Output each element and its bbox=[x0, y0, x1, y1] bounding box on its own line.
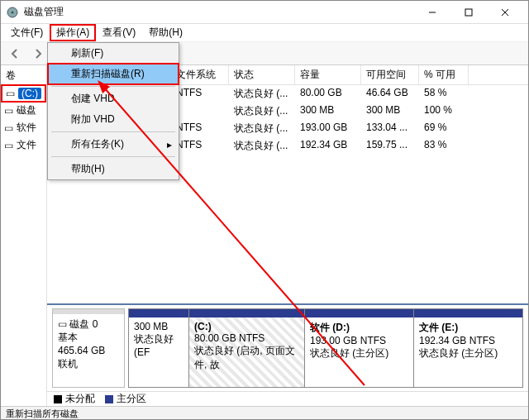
cell-status: 状态良好 (... bbox=[229, 103, 295, 120]
volume-label: 软件 bbox=[17, 121, 36, 135]
cell-fs: NTFS bbox=[171, 85, 229, 103]
volume-item-c[interactable]: ▭ (C:) bbox=[2, 86, 45, 101]
menu-attach-vhd[interactable]: 附加 VHD bbox=[48, 109, 179, 130]
cell-free: 300 MB bbox=[361, 103, 419, 120]
col-capacity[interactable]: 容量 bbox=[295, 65, 361, 84]
volume-label: 磁盘 bbox=[17, 103, 36, 117]
back-button[interactable] bbox=[6, 45, 24, 63]
volume-header: 卷 bbox=[1, 67, 46, 85]
svg-point-1 bbox=[12, 11, 14, 13]
col-pct[interactable]: % 可用 bbox=[419, 65, 469, 84]
volume-list: 卷 ▭ (C:) ▭磁盘 ▭软件 ▭文件 bbox=[1, 65, 47, 406]
svg-rect-3 bbox=[465, 9, 472, 16]
disk-label: 磁盘 0 bbox=[69, 318, 98, 330]
cell-cap: 300 MB bbox=[295, 103, 361, 120]
disk-type: 基本 bbox=[58, 331, 119, 344]
minus-icon: ▭ bbox=[4, 140, 13, 151]
disk-map: ▭ 磁盘 0 基本 465.64 GB 联机 300 MB 状态良好 (EF (… bbox=[47, 303, 528, 391]
menu-help-item[interactable]: 帮助(H) bbox=[48, 159, 179, 179]
cell-cap: 193.00 GB bbox=[295, 120, 361, 137]
menu-separator bbox=[51, 131, 175, 132]
part-status: 状态良好 (主分区) bbox=[419, 346, 517, 360]
cell-pct: 100 % bbox=[419, 103, 469, 120]
legend: 未分配 主分区 bbox=[47, 391, 528, 406]
cell-pct: 69 % bbox=[419, 120, 469, 137]
disk-state: 联机 bbox=[58, 357, 119, 370]
title-bar: 磁盘管理 bbox=[1, 1, 528, 24]
square-icon bbox=[54, 395, 62, 403]
minimize-button[interactable] bbox=[414, 1, 450, 24]
disk-icon: ▭ 磁盘 0 bbox=[58, 317, 119, 331]
cell-pct: 58 % bbox=[419, 85, 469, 103]
cell-status: 状态良好 (... bbox=[229, 137, 295, 155]
cell-pct: 83 % bbox=[419, 137, 469, 155]
cell-status: 状态良好 (... bbox=[229, 120, 295, 137]
volume-label: 文件 bbox=[17, 138, 36, 152]
menu-bar: 文件(F) 操作(A) 查看(V) 帮助(H) bbox=[1, 24, 528, 42]
volume-item[interactable]: ▭文件 bbox=[1, 136, 46, 154]
menu-all-tasks-label: 所有任务(K) bbox=[71, 138, 124, 150]
window-title: 磁盘管理 bbox=[24, 5, 414, 19]
cell-free: 46.64 GB bbox=[361, 85, 419, 103]
status-bar: 重新扫描所有磁盘 bbox=[1, 406, 528, 419]
minus-icon: ▭ bbox=[4, 122, 13, 134]
legend-label: 主分区 bbox=[117, 393, 146, 404]
cell-cap: 80.00 GB bbox=[295, 85, 361, 103]
cell-fs: NTFS bbox=[171, 137, 229, 155]
close-button[interactable] bbox=[487, 1, 523, 24]
menu-file[interactable]: 文件(F) bbox=[4, 24, 50, 41]
partition-c[interactable]: (C:) 80.00 GB NTFS 状态良好 (启动, 页面文件, 故 bbox=[188, 309, 304, 387]
col-free[interactable]: 可用空间 bbox=[361, 65, 419, 84]
square-icon bbox=[105, 395, 113, 403]
menu-view[interactable]: 查看(V) bbox=[96, 24, 142, 41]
part-name: (C:) bbox=[194, 321, 299, 332]
menu-separator bbox=[51, 86, 175, 87]
menu-refresh[interactable]: 刷新(F) bbox=[48, 43, 179, 64]
menu-rescan[interactable]: 重新扫描磁盘(R) bbox=[48, 64, 179, 84]
cell-cap: 192.34 GB bbox=[295, 137, 361, 155]
submenu-arrow-icon: ▸ bbox=[167, 139, 172, 150]
menu-action[interactable]: 操作(A) bbox=[50, 24, 96, 41]
partition[interactable]: 300 MB 状态良好 (EF bbox=[129, 309, 188, 387]
minus-icon: ▭ bbox=[4, 105, 13, 117]
app-icon bbox=[6, 6, 19, 19]
part-status: 状态良好 (EF bbox=[134, 332, 183, 358]
col-fs[interactable]: 文件系统 bbox=[171, 65, 229, 84]
cell-fs bbox=[171, 103, 229, 120]
partition-e[interactable]: 文件 (E:) 192.34 GB NTFS 状态良好 (主分区) bbox=[413, 309, 522, 387]
disk-info[interactable]: ▭ 磁盘 0 基本 465.64 GB 联机 bbox=[52, 308, 125, 388]
minus-icon: ▭ bbox=[6, 88, 15, 99]
volume-label: (C:) bbox=[18, 88, 41, 99]
part-name: 软件 (D:) bbox=[310, 321, 408, 335]
menu-separator bbox=[51, 156, 175, 157]
forward-button[interactable] bbox=[29, 45, 47, 63]
menu-create-vhd[interactable]: 创建 VHD bbox=[48, 88, 179, 109]
part-status: 状态良好 (主分区) bbox=[310, 346, 408, 360]
menu-all-tasks[interactable]: 所有任务(K) ▸ bbox=[48, 134, 179, 155]
col-status[interactable]: 状态 bbox=[229, 65, 295, 84]
menu-help[interactable]: 帮助(H) bbox=[142, 24, 189, 41]
partition-d[interactable]: 软件 (D:) 193.00 GB NTFS 状态良好 (主分区) bbox=[304, 309, 413, 387]
maximize-button[interactable] bbox=[450, 1, 487, 24]
cell-free: 133.04 ... bbox=[361, 120, 419, 137]
legend-unalloc: 未分配 bbox=[54, 392, 95, 406]
part-size: 192.34 GB NTFS bbox=[419, 335, 517, 346]
part-size: 300 MB bbox=[134, 321, 183, 332]
cell-free: 159.75 ... bbox=[361, 137, 419, 155]
part-size: 193.00 GB NTFS bbox=[310, 335, 408, 346]
volume-item[interactable]: ▭软件 bbox=[1, 119, 46, 136]
disk-size: 465.64 GB bbox=[58, 344, 119, 357]
cell-fs: NTFS bbox=[171, 120, 229, 137]
volume-item[interactable]: ▭磁盘 bbox=[1, 102, 46, 119]
disk-partitions: 300 MB 状态良好 (EF (C:) 80.00 GB NTFS 状态良好 … bbox=[128, 308, 523, 388]
part-name: 文件 (E:) bbox=[419, 321, 517, 335]
legend-label: 未分配 bbox=[65, 393, 95, 404]
part-size: 80.00 GB NTFS bbox=[194, 332, 299, 344]
legend-primary: 主分区 bbox=[105, 392, 146, 406]
action-menu: 刷新(F) 重新扫描磁盘(R) 创建 VHD 附加 VHD 所有任务(K) ▸ … bbox=[47, 42, 179, 180]
cell-status: 状态良好 (... bbox=[229, 85, 295, 103]
part-status: 状态良好 (启动, 页面文件, 故 bbox=[194, 344, 299, 372]
